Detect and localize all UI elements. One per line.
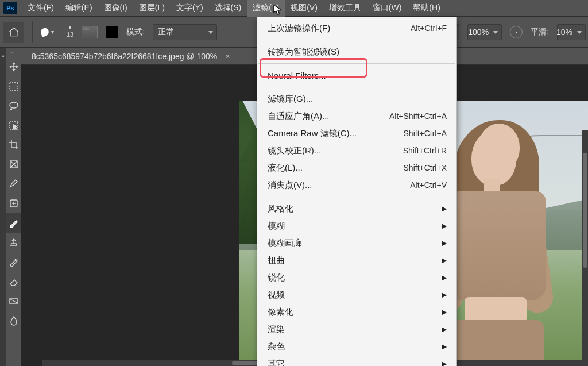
- menu-item-9[interactable]: 窗口(W): [367, 0, 408, 17]
- filter-menu-item[interactable]: 锐化▶: [257, 269, 456, 286]
- menu-item-label: 渲染: [268, 324, 285, 335]
- menu-item-label: 模糊画廊: [268, 238, 302, 249]
- home-button[interactable]: [3, 22, 24, 43]
- menu-item-shortcut: Alt+Shift+Ctrl+A: [389, 111, 447, 121]
- left-collapse-strip[interactable]: »: [0, 48, 6, 366]
- filter-menu-item[interactable]: 杂色▶: [257, 338, 456, 355]
- menu-item-label: Neural Filters...: [268, 71, 326, 80]
- filter-menu-item[interactable]: 其它▶: [257, 355, 456, 366]
- filter-menu-item[interactable]: 转换为智能滤镜(S): [257, 43, 456, 60]
- menu-bar: Ps 文件(F)编辑(E)图像(I)图层(L)文字(Y)选择(S)滤镜(T)视图…: [0, 0, 588, 17]
- toolbox-grip[interactable]: ∙∙: [6, 48, 21, 57]
- submenu-arrow-icon: ▶: [442, 222, 447, 230]
- menu-separator: [258, 197, 455, 197]
- crop-tool[interactable]: [6, 135, 21, 155]
- menu-item-label: 视频: [268, 290, 285, 300]
- menu-item-label: Camera Raw 滤镜(C)...: [268, 128, 357, 139]
- menu-separator: [258, 87, 455, 87]
- zoom-input[interactable]: 100%: [467, 24, 502, 40]
- menu-item-6[interactable]: 滤镜(T): [247, 0, 285, 17]
- pressure-toggle[interactable]: [510, 26, 523, 38]
- clone-stamp-tool[interactable]: [6, 233, 21, 252]
- blend-mode-label: 模式:: [126, 27, 145, 37]
- filter-menu-item[interactable]: Camera Raw 滤镜(C)...Shift+Ctrl+A: [257, 125, 456, 142]
- blend-mode-value: 正常: [158, 27, 174, 37]
- menu-item-0[interactable]: 文件(F): [22, 0, 60, 17]
- submenu-arrow-icon: ▶: [442, 239, 447, 247]
- filter-menu-item[interactable]: 风格化▶: [257, 200, 456, 217]
- filter-menu-item[interactable]: 扭曲▶: [257, 252, 456, 269]
- marquee-tool[interactable]: [6, 76, 21, 96]
- chevron-down-icon: ▾: [51, 29, 54, 35]
- filter-menu-item[interactable]: 滤镜库(G)...: [257, 90, 456, 107]
- blend-mode-combo[interactable]: 正常: [153, 24, 217, 40]
- menu-item-label: 液化(L)...: [268, 163, 303, 174]
- brush-size-value: 13: [67, 31, 74, 38]
- brush-size-picker[interactable]: 13: [67, 26, 74, 38]
- expand-panel-chevron[interactable]: »: [0, 48, 6, 64]
- history-brush-tool[interactable]: [6, 252, 21, 272]
- menu-item-10[interactable]: 帮助(H): [407, 0, 446, 17]
- filter-menu-item[interactable]: 镜头校正(R)...Shift+Ctrl+R: [257, 142, 456, 159]
- menu-item-label: 扭曲: [268, 255, 285, 266]
- menu-item-7[interactable]: 视图(V): [285, 0, 323, 17]
- brush-settings-button[interactable]: [82, 26, 98, 38]
- filter-menu-item[interactable]: 渲染▶: [257, 321, 456, 338]
- menu-item-shortcut: Alt+Ctrl+F: [411, 24, 447, 33]
- filter-menu-item[interactable]: 模糊画廊▶: [257, 234, 456, 252]
- menu-item-label: 锐化: [268, 272, 285, 283]
- submenu-arrow-icon: ▶: [442, 273, 447, 282]
- menu-item-4[interactable]: 文字(Y): [171, 0, 209, 17]
- filter-menu-dropdown: 上次滤镜操作(F)Alt+Ctrl+F转换为智能滤镜(S)Neural Filt…: [257, 17, 457, 366]
- move-tool[interactable]: [6, 57, 21, 76]
- menu-item-2[interactable]: 图像(I): [98, 0, 133, 17]
- brush-tool[interactable]: [6, 213, 21, 233]
- menu-item-label: 自适应广角(A)...: [268, 111, 330, 122]
- zoom-value: 100%: [468, 28, 489, 37]
- app-logo: Ps: [3, 2, 17, 14]
- menu-item-label: 像素化: [268, 307, 293, 318]
- document-tab-title: 8c5365c685974b72b6f6a22f26681fce.jpeg @ …: [32, 52, 217, 61]
- filter-menu-item[interactable]: 上次滤镜操作(F)Alt+Ctrl+F: [257, 20, 456, 37]
- submenu-arrow-icon: ▶: [442, 360, 447, 366]
- eraser-tool[interactable]: [6, 272, 21, 291]
- object-select-tool[interactable]: [6, 115, 21, 135]
- tool-panel: ∙∙: [6, 48, 21, 366]
- filter-menu-item[interactable]: 像素化▶: [257, 303, 456, 321]
- menu-item-shortcut: Shift+Ctrl+X: [404, 163, 447, 172]
- filter-menu-item[interactable]: Neural Filters...: [257, 67, 456, 84]
- svg-rect-0: [10, 82, 18, 90]
- submenu-arrow-icon: ▶: [442, 342, 447, 350]
- frame-tool[interactable]: [6, 155, 21, 174]
- vertical-scrollbar[interactable]: [582, 130, 588, 360]
- submenu-arrow-icon: ▶: [442, 291, 447, 299]
- menu-item-shortcut: Shift+Ctrl+R: [403, 146, 447, 155]
- healing-brush-tool[interactable]: [6, 194, 21, 213]
- filter-menu-item[interactable]: 模糊▶: [257, 217, 456, 234]
- menu-item-1[interactable]: 编辑(E): [60, 0, 98, 17]
- filter-menu-item[interactable]: 消失点(V)...Alt+Ctrl+V: [257, 176, 456, 194]
- lasso-tool[interactable]: [6, 96, 21, 115]
- filter-menu-item[interactable]: 视频▶: [257, 286, 456, 303]
- menu-item-label: 滤镜库(G)...: [268, 94, 313, 105]
- submenu-arrow-icon: ▶: [442, 325, 447, 333]
- blur-tool[interactable]: [6, 311, 21, 330]
- tab-close-button[interactable]: ×: [225, 52, 230, 61]
- smooth-input[interactable]: 10%: [557, 24, 586, 40]
- submenu-arrow-icon: ▶: [442, 308, 447, 316]
- smooth-label: 平滑:: [531, 27, 549, 37]
- menu-item-8[interactable]: 增效工具: [323, 0, 367, 17]
- foreground-color-swatch[interactable]: [106, 26, 118, 38]
- tool-preset-picker[interactable]: ▾: [41, 28, 54, 36]
- menu-item-shortcut: Alt+Ctrl+V: [410, 180, 447, 190]
- menu-item-label: 转换为智能滤镜(S): [268, 47, 339, 57]
- filter-menu-item[interactable]: 液化(L)...Shift+Ctrl+X: [257, 159, 456, 176]
- gradient-tool[interactable]: [6, 291, 21, 311]
- menu-item-3[interactable]: 图层(L): [133, 0, 171, 17]
- menu-item-label: 镜头校正(R)...: [268, 145, 321, 156]
- document-tab[interactable]: 8c5365c685974b72b6f6a22f26681fce.jpeg @ …: [21, 48, 240, 65]
- menu-item-label: 其它: [268, 359, 285, 367]
- filter-menu-item[interactable]: 自适应广角(A)...Alt+Shift+Ctrl+A: [257, 107, 456, 125]
- eyedropper-tool[interactable]: [6, 174, 21, 194]
- menu-item-5[interactable]: 选择(S): [209, 0, 247, 17]
